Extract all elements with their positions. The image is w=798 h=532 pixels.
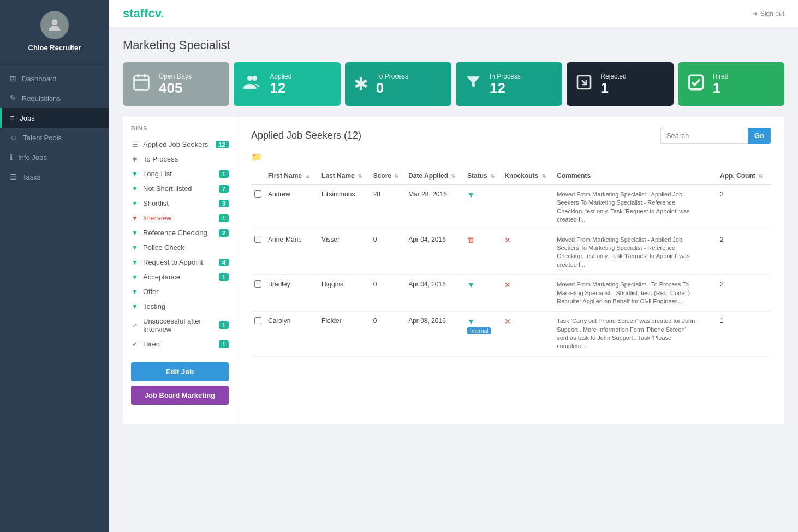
jobs-icon: ≡ [10, 113, 14, 122]
folder-icon[interactable]: 📁 [251, 152, 771, 162]
bin-interview[interactable]: ▼ Interview 1 [123, 211, 237, 225]
bin-filter-icon: ▼ [131, 229, 139, 237]
sort-icon: ⇅ [541, 173, 546, 179]
sidebar-item-info-jobs[interactable]: ℹ Info Jobs [0, 147, 109, 167]
stat-hired[interactable]: Hired 1 [678, 62, 784, 106]
stat-applied[interactable]: Applied 12 [234, 62, 340, 106]
sidebar-item-dashboard[interactable]: ⊞ Dashboard [0, 69, 109, 88]
col-knockouts[interactable]: Knockouts ⇅ [501, 168, 553, 184]
search-button[interactable]: Go [748, 128, 771, 144]
comment-cell: Task 'Carry out Phone Screen' was create… [553, 312, 717, 357]
row-checkbox[interactable] [254, 190, 261, 198]
date-applied-cell: Mar 28, 2016 [405, 184, 464, 230]
sidebar-item-tasks[interactable]: ☰ Tasks [0, 167, 109, 187]
row-checkbox-cell [251, 184, 265, 230]
bin-filter-icon: ▼ [131, 200, 139, 207]
comment-cell: Moved From Marketing Specialist - Applie… [553, 230, 717, 275]
data-table: First Name ▲ Last Name ⇅ Score ⇅ [251, 168, 771, 357]
job-board-marketing-button[interactable]: Job Board Marketing [131, 386, 229, 405]
export-icon [575, 74, 593, 95]
x-icon: ✕ [504, 280, 511, 289]
edit-job-button[interactable]: Edit Job [131, 362, 229, 381]
hired-value: 1 [713, 80, 729, 96]
col-last-name[interactable]: Last Name ⇅ [318, 168, 370, 184]
col-status[interactable]: Status ⇅ [464, 168, 501, 184]
trash-icon: 🗑 [467, 236, 474, 244]
bin-acceptance[interactable]: ▼ Acceptance 1 [123, 270, 237, 284]
bin-long-list[interactable]: ▼ Long List 1 [123, 166, 237, 181]
stat-to-process[interactable]: ✱ To Process 0 [345, 62, 451, 106]
bin-not-short-listed[interactable]: ▼ Not Short-listed 7 [123, 181, 237, 196]
content-area: Marketing Specialist Open Days 405 [109, 27, 798, 532]
col-date-applied[interactable]: Date Applied ⇅ [405, 168, 464, 184]
bin-police-check[interactable]: ▼ Police Check [123, 240, 237, 255]
bin-request-to-appoint[interactable]: ▼ Request to Appoint 4 [123, 255, 237, 270]
sort-icon: ⇅ [758, 173, 763, 179]
open-days-value: 405 [159, 80, 192, 96]
bin-check-icon: ✔ [131, 340, 139, 348]
col-app-count[interactable]: App. Count ⇅ [717, 168, 771, 184]
status-cell: ▼ [464, 184, 501, 230]
sidebar-item-label: Requisitions [22, 94, 61, 103]
bin-badge: 1 [219, 340, 229, 348]
logo: staffcv. [123, 7, 164, 21]
sidebar-item-requisitions[interactable]: ✎ Requisitions [0, 88, 109, 108]
sidebar-nav: ⊞ Dashboard ✎ Requisitions ≡ Jobs ☺ Tale… [0, 63, 109, 532]
stat-in-process[interactable]: In Process 12 [456, 62, 562, 106]
bin-hired[interactable]: ✔ Hired 1 [123, 337, 237, 351]
sidebar-item-talent-pools[interactable]: ☺ Talent Pools [0, 128, 109, 147]
bin-to-process[interactable]: ✱ To Process [123, 152, 237, 166]
stat-open-days[interactable]: Open Days 405 [123, 62, 229, 106]
signout-button[interactable]: ➜ Sign out [752, 10, 784, 17]
app-count-cell: 2 [717, 230, 771, 275]
applied-label: Applied [270, 73, 291, 80]
row-checkbox[interactable] [254, 280, 261, 288]
bin-filter-icon: ▼ [131, 244, 139, 252]
search-input[interactable] [660, 128, 748, 144]
col-score[interactable]: Score ⇅ [370, 168, 406, 184]
bin-shortlist[interactable]: ▼ Shortlist 3 [123, 196, 237, 211]
filter-teal-icon: ▼ [467, 317, 475, 326]
talent-pools-icon: ☺ [10, 133, 17, 142]
bin-offer[interactable]: ▼ Offer [123, 284, 237, 299]
sidebar-item-jobs[interactable]: ≡ Jobs [0, 108, 109, 128]
people-icon [242, 73, 262, 96]
bins-panel: BINS ☰ Applied Job Seekers 12 ✱ To Proce… [123, 117, 237, 424]
bin-buttons: Edit Job Job Board Marketing [123, 351, 237, 416]
stats-row: Open Days 405 Applied 12 [123, 62, 784, 106]
filter-teal-icon: ▼ [467, 190, 475, 199]
svg-rect-1 [134, 76, 149, 90]
user-name: Chloe Recruiter [28, 44, 81, 52]
stat-rejected[interactable]: Rejected 1 [567, 62, 673, 106]
bin-applied-job-seekers[interactable]: ☰ Applied Job Seekers 12 [123, 137, 237, 152]
panel-header: Applied Job Seekers (12) Go [251, 128, 771, 144]
bin-testing[interactable]: ▼ Testing [123, 299, 237, 314]
bin-unsuccessful-after-interview[interactable]: ↗ Unsuccessful after Interview 1 [123, 314, 237, 337]
bins-title: BINS [123, 125, 237, 137]
col-comments: Comments [553, 168, 717, 184]
bin-badge: 4 [219, 259, 229, 266]
table-row: Anne-Marie Visser 0 Apr 04, 2016 🗑 ✕ [251, 230, 771, 275]
last-name-cell: Fielder [318, 312, 370, 357]
in-process-label: In Process [490, 73, 521, 80]
comment-text: Moved From Marketing Specialist - Applie… [557, 190, 699, 224]
to-process-value: 0 [376, 80, 408, 96]
bin-reference-checking[interactable]: ▼ Reference Checking 2 [123, 225, 237, 240]
x-icon: ✕ [504, 317, 511, 326]
row-checkbox[interactable] [254, 236, 261, 243]
bin-filter-icon: ▼ [131, 259, 139, 266]
bin-badge: 12 [216, 141, 229, 148]
row-checkbox[interactable] [254, 317, 261, 324]
last-name-cell: Higgins [318, 275, 370, 312]
bin-label: Request to Appoint [143, 258, 215, 266]
row-checkbox-cell [251, 230, 265, 275]
sort-icon: ⇅ [451, 173, 455, 179]
bin-filter-icon: ▼ [131, 273, 139, 281]
bin-label: Long List [143, 170, 215, 178]
bin-badge: 2 [219, 229, 229, 237]
in-process-value: 12 [490, 80, 521, 96]
first-name-cell: Bradley [265, 275, 318, 312]
hired-label: Hired [713, 73, 729, 80]
bin-label: Unsuccessful after Interview [143, 317, 215, 333]
col-first-name[interactable]: First Name ▲ [265, 168, 318, 184]
